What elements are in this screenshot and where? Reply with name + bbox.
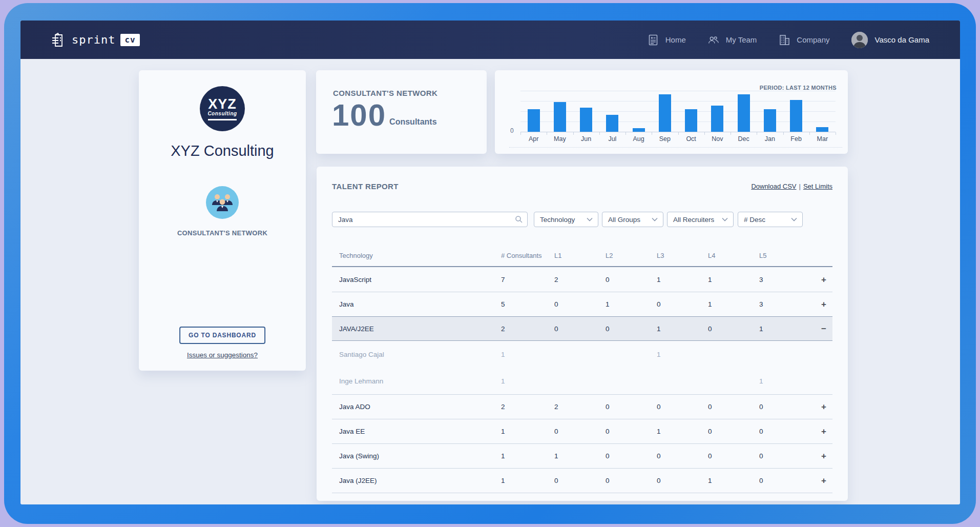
sprint-cv-logo-icon <box>50 32 67 48</box>
axis-tick <box>520 132 521 135</box>
axis-tick <box>678 132 679 135</box>
consultant-name[interactable]: Santiago Cajal <box>332 351 501 358</box>
col-l5: L5 <box>759 252 810 259</box>
l3-cell: 1 <box>657 428 708 435</box>
l3-cell: 0 <box>657 300 708 308</box>
table-row-javascript: JavaScript720113+ <box>332 267 832 292</box>
search-input[interactable] <box>332 212 528 227</box>
technology-filter-select[interactable]: Technology <box>534 212 598 227</box>
l3-cell: 1 <box>657 276 708 283</box>
chart-bar-slot <box>547 91 573 132</box>
chevron-down-icon <box>791 217 797 221</box>
consultant-row-inge-lehmann: Inge Lehmann11 <box>332 368 832 394</box>
col-l4: L4 <box>708 252 759 259</box>
expand-row-button[interactable]: + <box>821 402 832 411</box>
technology-filter-value: Technology <box>540 216 575 224</box>
l2-cell: 0 <box>606 403 657 411</box>
consultants-network-label: CONSULTANT'S NETWORK <box>139 229 306 237</box>
axis-tick <box>573 132 574 135</box>
l2-cell: 0 <box>606 325 657 333</box>
chart-bar-slot <box>520 91 547 132</box>
user-avatar <box>851 32 868 48</box>
month-label: Nov <box>704 135 731 143</box>
talent-table-header: Technology # Consultants L1 L2 L3 L4 L5 <box>332 245 832 267</box>
l4-cell: 1 <box>708 276 759 283</box>
nav-my-team-label: My Team <box>726 35 757 44</box>
chart-month-labels: AprMayJunJulAugSepOctNovDecJanFebMar <box>520 135 836 143</box>
consultants-cell: 1 <box>501 452 554 460</box>
search-box <box>332 212 528 227</box>
l5-cell: 0 <box>759 403 810 411</box>
table-end-line <box>332 493 832 493</box>
l4-cell: 1 <box>708 300 759 308</box>
search-icon <box>515 215 523 224</box>
nav-home-label: Home <box>665 35 686 44</box>
issues-suggestions-link[interactable]: Issues or suggestions? <box>187 351 258 359</box>
table-row-java-ado: Java ADO220000+ <box>332 394 832 419</box>
month-label: Jul <box>599 135 625 143</box>
axis-tick <box>757 132 757 135</box>
company-logo: XYZ Consulting <box>200 86 245 131</box>
recruiters-filter-select[interactable]: All Recruiters <box>667 212 734 227</box>
l5-cell: 0 <box>759 477 810 484</box>
consultants-cell: 1 <box>501 477 554 484</box>
consultant-row-santiago-cajal: Santiago Cajal11 <box>332 341 832 368</box>
month-label: Jun <box>573 135 599 143</box>
expand-row-button[interactable]: + <box>821 275 832 284</box>
month-label: Feb <box>783 135 809 143</box>
l1-cell: 0 <box>554 428 606 435</box>
month-label: Apr <box>520 135 547 143</box>
l2-cell: 0 <box>606 428 657 435</box>
user-menu[interactable]: Vasco da Gama <box>851 32 929 48</box>
expand-row-button[interactable]: + <box>821 476 832 485</box>
chart-bar-slot <box>573 91 599 132</box>
company-name: XYZ Consulting <box>139 143 306 159</box>
table-row-java-ee: Java EE100100+ <box>332 419 832 443</box>
consultants-network-card: CONSULTANT'S NETWORK 100 Consultants <box>316 70 487 154</box>
go-to-dashboard-button[interactable]: GO TO DASHBOARD <box>179 327 265 344</box>
chevron-down-icon <box>587 217 593 221</box>
consultant-name[interactable]: Inge Lehmann <box>332 377 501 385</box>
top-navigation: sprint cv Home <box>20 21 960 59</box>
l3-cell: 1 <box>657 351 708 358</box>
sort-filter-select[interactable]: # Desc <box>738 212 803 227</box>
talent-report-title: TALENT REPORT <box>332 182 399 191</box>
consultants-cell: 1 <box>501 377 554 385</box>
talent-table-body: JavaScript720113+Java501013+JAVA/J2EE200… <box>332 267 832 493</box>
expand-row-button[interactable]: + <box>821 452 832 460</box>
technology-cell: JAVA/J2EE <box>332 325 501 333</box>
l5-cell: 3 <box>759 300 810 308</box>
download-csv-link[interactable]: Download CSV <box>751 183 796 190</box>
chart-bar-oct <box>685 109 697 132</box>
technology-cell: Java <box>332 300 501 308</box>
col-l1: L1 <box>554 252 606 259</box>
consultants-cell: 7 <box>501 276 554 283</box>
l4-cell: 0 <box>708 428 759 435</box>
l3-cell: 1 <box>657 325 708 333</box>
brand-badge: cv <box>120 34 139 46</box>
nav-home[interactable]: Home <box>647 34 686 46</box>
l4-cell: 0 <box>708 403 759 411</box>
expand-row-button[interactable]: + <box>821 300 832 309</box>
collapse-row-button[interactable]: − <box>821 325 832 333</box>
l2-cell: 0 <box>606 477 657 484</box>
chart-y-zero-label: 0 <box>510 127 514 134</box>
set-limits-link[interactable]: Set Limits <box>803 183 832 190</box>
chart-period-label: PERIOD: LAST 12 MONTHS <box>760 85 837 91</box>
nav-my-team[interactable]: My Team <box>707 34 757 46</box>
l4-cell: 0 <box>708 452 759 460</box>
l3-cell: 0 <box>657 403 708 411</box>
nav-company[interactable]: Company <box>778 34 829 46</box>
axis-tick <box>704 132 705 135</box>
chart-bar-slot <box>599 91 625 132</box>
axis-tick <box>599 132 600 135</box>
expand-row-button[interactable]: + <box>821 427 832 436</box>
brand-logo[interactable]: sprint cv <box>50 32 140 48</box>
l5-cell: 0 <box>759 452 810 460</box>
l5-cell: 1 <box>759 325 810 333</box>
l2-cell: 0 <box>606 452 657 460</box>
team-icon <box>707 34 720 46</box>
consultants-network-icon <box>206 186 239 219</box>
groups-filter-select[interactable]: All Groups <box>602 212 663 227</box>
l5-cell: 1 <box>759 377 810 385</box>
